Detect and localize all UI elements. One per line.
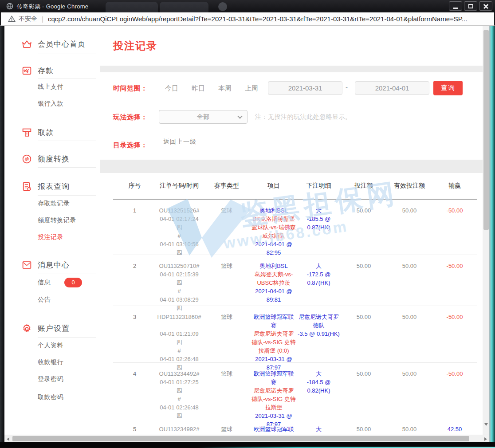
cell-bet-detail: 大 -185.5 @ 0.87(HK) xyxy=(296,200,341,257)
sidebar-item-login-password[interactable]: 登录密码 xyxy=(38,375,63,384)
play-method-select[interactable]: 全部 xyxy=(159,110,248,124)
filter-card: 时间范围： 今日 昨日 本周 上周 2021-03-31 - 2021-04-0… xyxy=(100,72,483,160)
divider xyxy=(38,274,96,274)
cell-bet-amount: 50.00 xyxy=(341,200,386,257)
cell-valid-amount: 50.00 xyxy=(386,418,432,435)
date-from-input[interactable]: 2021-03-31 xyxy=(268,81,342,95)
divider xyxy=(38,195,96,196)
cell-sport-type: 篮球 xyxy=(202,306,251,372)
sidebar-item-deposit-withdraw-records[interactable]: 存取款记录 xyxy=(38,200,70,208)
cell-valid-amount: 50.00 xyxy=(386,255,432,312)
sidebar-item-bank-deposit[interactable]: 银行入款 xyxy=(38,100,63,109)
svg-text:¥: ¥ xyxy=(26,68,29,73)
cell-bet-amount: 50.00 xyxy=(341,418,386,435)
horizontal-scrollbar-thumb[interactable] xyxy=(12,436,469,441)
maximize-icon xyxy=(468,4,473,8)
browser-window: 传奇彩票 - Google Chrome 不安全 | cqcp2.com/chu… xyxy=(0,0,495,448)
bet-records-table: 序号 注单号码/时间 赛事类型 项目 下注明细 投注额 有效投注额 输赢 1 O… xyxy=(100,173,483,435)
cell-event: 奥地利BSL葛姆登天鹅-vs-UBSC格拉茨2021-04-01 @ 89:81 xyxy=(251,255,296,312)
close-button[interactable] xyxy=(479,1,492,11)
scroll-left-arrow-icon[interactable] xyxy=(7,437,9,441)
globe-icon xyxy=(6,3,13,10)
cell-seq: 2 xyxy=(113,255,156,312)
filter-today[interactable]: 今日 xyxy=(165,84,178,93)
background-window-icon xyxy=(218,2,227,11)
cell-win-loss: -50.00 xyxy=(432,306,477,372)
cell-event: 欧洲篮球冠军联赛尼兹尼诺夫哥罗德队-vs-SIG 史特拉斯堡 (0:0)2021… xyxy=(251,306,296,372)
crown-icon xyxy=(21,39,32,50)
cell-sport-type: 篮球 xyxy=(202,418,251,435)
cell-sport-type: 篮球 xyxy=(202,200,251,257)
cell-valid-amount: 50.00 xyxy=(386,306,432,372)
table-row: 2 OU113250710# 04-01 02:15:39 四 # 04-01 … xyxy=(113,255,477,306)
sidebar-item-messages[interactable]: 信息 xyxy=(38,279,51,287)
divider xyxy=(38,337,96,338)
cell-event: 奥地利BSLBK克洛斯特新堡篮球队-vs-瑞佛森威尔斯队2021-04-01 @… xyxy=(251,200,296,257)
divider xyxy=(38,54,96,54)
cell-seq: 1 xyxy=(113,200,156,257)
report-icon xyxy=(21,181,32,192)
maximize-button[interactable] xyxy=(464,1,477,11)
url-separator: | xyxy=(42,15,43,23)
window-controls xyxy=(449,1,492,11)
cell-bet-detail: 大 -130.5 @ xyxy=(296,418,341,435)
cell-bet-detail: 尼兹尼诺夫哥罗德队 -3.5 @ 0.91(HK) xyxy=(296,306,341,372)
sidebar-item-bet-records[interactable]: 投注记录 xyxy=(38,233,63,242)
sidebar-item-online-pay[interactable]: 线上支付 xyxy=(38,83,63,92)
minimize-icon xyxy=(453,8,458,9)
cell-seq: 5 xyxy=(113,418,156,435)
table-row: 5 OU113234992# 04-01 01:28:52 四 篮球 欧洲篮球冠… xyxy=(113,418,477,435)
divider xyxy=(38,141,96,141)
cell-order-number: HDP113231860# 04-01 01:21:09 四 # 04-01 0… xyxy=(156,306,202,372)
cell-bet-amount: 50.00 xyxy=(341,255,386,312)
divider xyxy=(38,167,96,168)
cell-event: 欧洲篮球冠军联赛土耳其电信篮球队 xyxy=(251,418,296,435)
window-frame-left xyxy=(0,26,4,442)
url-text[interactable]: cqcp2.com/chuanQiCPLoginWeb/app/reportDe… xyxy=(48,15,467,23)
minimize-button[interactable] xyxy=(449,1,462,11)
sidebar-item-withdraw-password[interactable]: 取款密码 xyxy=(38,393,63,402)
vertical-scrollbar[interactable] xyxy=(483,26,489,435)
window-frame-right xyxy=(489,26,495,442)
search-button[interactable]: 查询 xyxy=(433,81,463,95)
gear-icon xyxy=(21,323,32,334)
table-row: 3 HDP113231860# 04-01 01:21:09 四 # 04-01… xyxy=(113,306,477,363)
cell-order-number: OU113234992# 04-01 01:28:52 四 xyxy=(156,418,202,435)
cell-sport-type: 篮球 xyxy=(202,255,251,312)
horizontal-scrollbar[interactable] xyxy=(4,435,489,442)
sidebar-item-quota-exchange-records[interactable]: 额度转换记录 xyxy=(38,216,76,225)
cell-bet-detail: 大 -172.5 @ 0.87(HK) xyxy=(296,255,341,312)
sidebar-item-profile[interactable]: 个人资料 xyxy=(38,342,63,350)
filter-yesterday[interactable]: 昨日 xyxy=(192,84,205,93)
vertical-scrollbar-thumb[interactable] xyxy=(483,30,489,230)
cell-win-loss: -50.00 xyxy=(432,255,477,312)
scroll-down-arrow-icon[interactable] xyxy=(484,423,488,426)
quick-date-filters: 今日 昨日 本周 上周 xyxy=(165,84,258,93)
sidebar-item-payee-bank[interactable]: 收款银行 xyxy=(38,358,63,367)
sidebar-item-announcements[interactable]: 公告 xyxy=(38,296,51,305)
sidebar: 会员中心首页 ¥ 存款 线上支付 银行入款 取款 额度转换 报表查询 存取款记录… xyxy=(4,26,100,435)
table-row: 1 OU113251526# 04-01 02:17:24 四 # 04-01 … xyxy=(113,200,477,255)
withdraw-icon xyxy=(21,127,32,138)
time-range-label: 时间范围： xyxy=(113,84,148,93)
cell-win-loss: -50.00 xyxy=(432,200,477,257)
table-row: 4 OU113234492# 04-01 01:27:25 四 # 04-01 … xyxy=(113,363,477,418)
message-count-badge[interactable]: 0 xyxy=(64,278,82,287)
back-to-parent-link[interactable]: 返回上一级 xyxy=(163,138,196,146)
cell-bet-amount: 50.00 xyxy=(341,306,386,372)
filter-this-week[interactable]: 本周 xyxy=(218,84,232,93)
background-tab xyxy=(160,2,208,12)
security-status[interactable]: 不安全 xyxy=(19,15,37,23)
table-header-row: 序号 注单号码/时间 赛事类型 项目 下注明细 投注额 有效投注额 输赢 xyxy=(113,173,477,200)
play-method-note: 注：无投注的玩法此处忽略显示。 xyxy=(255,113,352,121)
page-title: 投注记录 xyxy=(113,39,157,53)
window-title: 传奇彩票 - Google Chrome xyxy=(17,3,88,11)
date-to-input[interactable]: 2021-04-01 xyxy=(355,81,429,95)
title-bar: 传奇彩票 - Google Chrome xyxy=(0,0,495,12)
divider xyxy=(38,79,96,79)
scroll-right-arrow-icon[interactable] xyxy=(484,437,487,441)
page-header-card: 投注记录 xyxy=(100,26,483,66)
cell-order-number: OU113250710# 04-01 02:15:39 四 # 04-01 03… xyxy=(156,255,202,312)
address-bar[interactable]: 不安全 | cqcp2.com/chuanQiCPLoginWeb/app/re… xyxy=(0,12,495,26)
filter-last-week[interactable]: 上周 xyxy=(245,84,258,93)
